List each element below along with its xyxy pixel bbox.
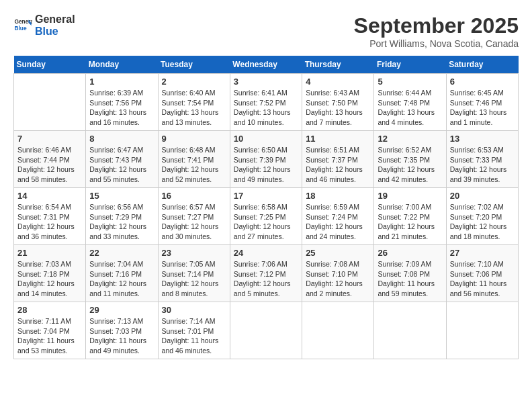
- day-info: Sunrise: 6:41 AMSunset: 7:52 PMDaylight:…: [234, 88, 298, 128]
- day-number: 6: [450, 77, 515, 87]
- day-info: Sunrise: 6:52 AMSunset: 7:35 PMDaylight:…: [378, 145, 442, 185]
- calendar-cell: [14, 74, 86, 131]
- calendar-cell: 30Sunrise: 7:14 AMSunset: 7:01 PMDayligh…: [158, 302, 230, 359]
- logo-icon: General Blue: [13, 16, 32, 35]
- day-info: Sunrise: 7:04 AMSunset: 7:16 PMDaylight:…: [89, 259, 154, 299]
- day-number: 8: [89, 134, 154, 144]
- day-info: Sunrise: 7:13 AMSunset: 7:03 PMDaylight:…: [89, 316, 154, 356]
- calendar-cell: [230, 302, 302, 359]
- day-number: 23: [162, 248, 226, 258]
- day-number: 12: [378, 134, 442, 144]
- calendar-cell: 22Sunrise: 7:04 AMSunset: 7:16 PMDayligh…: [86, 245, 158, 302]
- day-number: 28: [17, 305, 82, 315]
- calendar-cell: 27Sunrise: 7:10 AMSunset: 7:06 PMDayligh…: [446, 245, 518, 302]
- logo-general: General: [35, 13, 75, 26]
- day-info: Sunrise: 6:44 AMSunset: 7:48 PMDaylight:…: [378, 88, 442, 128]
- calendar-cell: [302, 302, 374, 359]
- day-info: Sunrise: 7:06 AMSunset: 7:12 PMDaylight:…: [234, 259, 298, 299]
- calendar-cell: 25Sunrise: 7:08 AMSunset: 7:10 PMDayligh…: [302, 245, 374, 302]
- day-info: Sunrise: 7:02 AMSunset: 7:20 PMDaylight:…: [450, 202, 515, 242]
- calendar-cell: 17Sunrise: 6:58 AMSunset: 7:25 PMDayligh…: [230, 188, 302, 245]
- day-number: 24: [234, 248, 298, 258]
- calendar-cell: 23Sunrise: 7:05 AMSunset: 7:14 PMDayligh…: [158, 245, 230, 302]
- day-number: 22: [89, 248, 154, 258]
- day-number: 19: [378, 191, 442, 201]
- day-number: 9: [162, 134, 226, 144]
- day-info: Sunrise: 6:48 AMSunset: 7:41 PMDaylight:…: [162, 145, 226, 185]
- day-info: Sunrise: 6:47 AMSunset: 7:43 PMDaylight:…: [89, 145, 154, 185]
- logo-blue: Blue: [35, 26, 75, 38]
- day-number: 16: [162, 191, 226, 201]
- day-info: Sunrise: 7:03 AMSunset: 7:18 PMDaylight:…: [17, 259, 82, 299]
- day-number: 5: [378, 77, 442, 87]
- calendar-cell: 5Sunrise: 6:44 AMSunset: 7:48 PMDaylight…: [374, 74, 446, 131]
- day-info: Sunrise: 6:40 AMSunset: 7:54 PMDaylight:…: [162, 88, 226, 128]
- calendar-cell: 20Sunrise: 7:02 AMSunset: 7:20 PMDayligh…: [446, 188, 518, 245]
- day-number: 10: [234, 134, 298, 144]
- day-number: 30: [162, 305, 226, 315]
- location-subtitle: Port Williams, Nova Scotia, Canada: [354, 38, 519, 49]
- day-header-thursday: Thursday: [302, 56, 374, 74]
- day-info: Sunrise: 6:43 AMSunset: 7:50 PMDaylight:…: [306, 88, 370, 128]
- day-info: Sunrise: 7:05 AMSunset: 7:14 PMDaylight:…: [162, 259, 226, 299]
- day-info: Sunrise: 6:39 AMSunset: 7:56 PMDaylight:…: [89, 88, 154, 128]
- day-number: 26: [378, 248, 442, 258]
- day-header-saturday: Saturday: [446, 56, 518, 74]
- day-number: 14: [17, 191, 82, 201]
- calendar-table: SundayMondayTuesdayWednesdayThursdayFrid…: [13, 56, 519, 359]
- calendar-cell: 11Sunrise: 6:51 AMSunset: 7:37 PMDayligh…: [302, 131, 374, 188]
- calendar-cell: 15Sunrise: 6:56 AMSunset: 7:29 PMDayligh…: [86, 188, 158, 245]
- day-info: Sunrise: 6:58 AMSunset: 7:25 PMDaylight:…: [234, 202, 298, 242]
- day-info: Sunrise: 7:10 AMSunset: 7:06 PMDaylight:…: [450, 259, 515, 299]
- day-info: Sunrise: 7:11 AMSunset: 7:04 PMDaylight:…: [17, 316, 82, 356]
- day-number: 29: [89, 305, 154, 315]
- day-number: 7: [17, 134, 82, 144]
- logo: General Blue General Blue: [13, 13, 75, 37]
- day-number: 20: [450, 191, 515, 201]
- day-number: 18: [306, 191, 370, 201]
- calendar-cell: 16Sunrise: 6:57 AMSunset: 7:27 PMDayligh…: [158, 188, 230, 245]
- calendar-cell: 6Sunrise: 6:45 AMSunset: 7:46 PMDaylight…: [446, 74, 518, 131]
- calendar-cell: 13Sunrise: 6:53 AMSunset: 7:33 PMDayligh…: [446, 131, 518, 188]
- month-title: September 2025: [354, 13, 519, 38]
- day-info: Sunrise: 6:57 AMSunset: 7:27 PMDaylight:…: [162, 202, 226, 242]
- day-number: 17: [234, 191, 298, 201]
- day-info: Sunrise: 6:50 AMSunset: 7:39 PMDaylight:…: [234, 145, 298, 185]
- calendar-cell: 29Sunrise: 7:13 AMSunset: 7:03 PMDayligh…: [86, 302, 158, 359]
- svg-text:Blue: Blue: [14, 25, 26, 32]
- day-number: 27: [450, 248, 515, 258]
- calendar-cell: 12Sunrise: 6:52 AMSunset: 7:35 PMDayligh…: [374, 131, 446, 188]
- day-info: Sunrise: 6:51 AMSunset: 7:37 PMDaylight:…: [306, 145, 370, 185]
- day-info: Sunrise: 6:56 AMSunset: 7:29 PMDaylight:…: [89, 202, 154, 242]
- calendar-cell: 8Sunrise: 6:47 AMSunset: 7:43 PMDaylight…: [86, 131, 158, 188]
- calendar-cell: 14Sunrise: 6:54 AMSunset: 7:31 PMDayligh…: [14, 188, 86, 245]
- day-header-sunday: Sunday: [14, 56, 86, 74]
- calendar-cell: 18Sunrise: 6:59 AMSunset: 7:24 PMDayligh…: [302, 188, 374, 245]
- day-number: 2: [162, 77, 226, 87]
- calendar-cell: [446, 302, 518, 359]
- day-info: Sunrise: 7:14 AMSunset: 7:01 PMDaylight:…: [162, 316, 226, 356]
- day-number: 1: [89, 77, 154, 87]
- day-number: 13: [450, 134, 515, 144]
- day-info: Sunrise: 6:45 AMSunset: 7:46 PMDaylight:…: [450, 88, 515, 128]
- calendar-cell: 26Sunrise: 7:09 AMSunset: 7:08 PMDayligh…: [374, 245, 446, 302]
- calendar-cell: 2Sunrise: 6:40 AMSunset: 7:54 PMDaylight…: [158, 74, 230, 131]
- day-header-friday: Friday: [374, 56, 446, 74]
- calendar-cell: 10Sunrise: 6:50 AMSunset: 7:39 PMDayligh…: [230, 131, 302, 188]
- day-number: 11: [306, 134, 370, 144]
- day-info: Sunrise: 7:08 AMSunset: 7:10 PMDaylight:…: [306, 259, 370, 299]
- calendar-cell: 7Sunrise: 6:46 AMSunset: 7:44 PMDaylight…: [14, 131, 86, 188]
- day-header-wednesday: Wednesday: [230, 56, 302, 74]
- day-info: Sunrise: 6:53 AMSunset: 7:33 PMDaylight:…: [450, 145, 515, 185]
- calendar-cell: 4Sunrise: 6:43 AMSunset: 7:50 PMDaylight…: [302, 74, 374, 131]
- day-number: 4: [306, 77, 370, 87]
- title-block: September 2025 Port Williams, Nova Scoti…: [354, 13, 519, 49]
- day-number: 15: [89, 191, 154, 201]
- day-number: 21: [17, 248, 82, 258]
- calendar-cell: 28Sunrise: 7:11 AMSunset: 7:04 PMDayligh…: [14, 302, 86, 359]
- day-header-monday: Monday: [86, 56, 158, 74]
- day-header-tuesday: Tuesday: [158, 56, 230, 74]
- day-info: Sunrise: 6:54 AMSunset: 7:31 PMDaylight:…: [17, 202, 82, 242]
- day-number: 3: [234, 77, 298, 87]
- calendar-cell: 21Sunrise: 7:03 AMSunset: 7:18 PMDayligh…: [14, 245, 86, 302]
